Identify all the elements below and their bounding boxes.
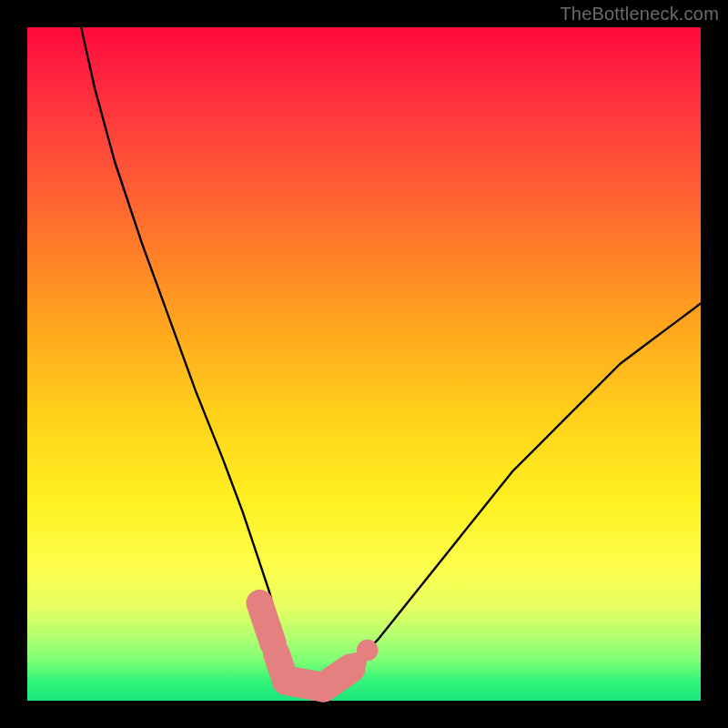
curve-line xyxy=(81,27,701,687)
plot-area xyxy=(27,27,701,701)
watermark-label: TheBottleneck.com xyxy=(560,4,719,25)
marker-capsule xyxy=(259,603,273,643)
marker-capsule xyxy=(324,669,351,688)
marker-dot xyxy=(348,652,367,672)
chart-frame: TheBottleneck.com xyxy=(0,0,728,728)
bottleneck-chart xyxy=(27,27,701,701)
curve-markers xyxy=(259,603,378,688)
series-path xyxy=(81,27,701,687)
